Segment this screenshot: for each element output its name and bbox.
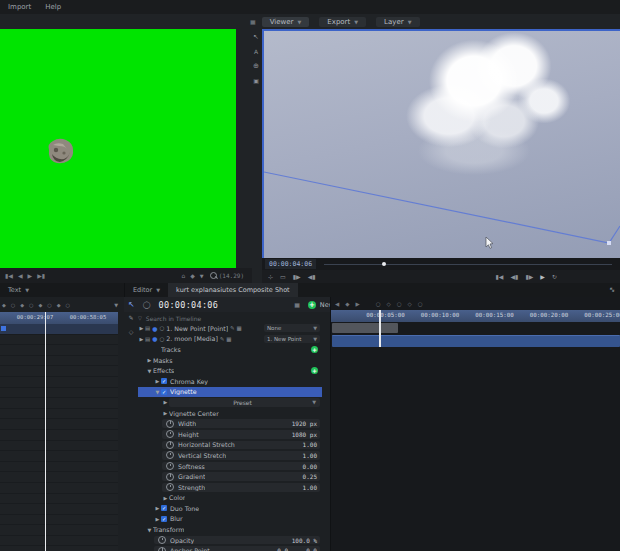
keyframe-stopwatch-icon[interactable]: [166, 420, 174, 428]
snapshot-icon[interactable]: ▦: [294, 301, 300, 308]
timeline-playhead[interactable]: [379, 310, 381, 347]
keyframe-stopwatch-icon[interactable]: [166, 430, 174, 438]
keyframe-icon[interactable]: ◇: [408, 301, 412, 307]
mini-timeline-row[interactable]: [0, 377, 118, 388]
timeline-ruler[interactable]: 00:00:05:0000:00:10:0000:00:15:0000:00:2…: [331, 310, 620, 322]
expand-arrow-icon[interactable]: ▶: [138, 336, 145, 342]
timeline-search[interactable]: ▽ Search in Timeline: [138, 313, 330, 323]
mini-timeline-row[interactable]: [0, 462, 118, 473]
prop-row[interactable]: Anchor Point0.0 0.0: [138, 545, 322, 551]
keyframe-icon[interactable]: ◆: [2, 302, 6, 308]
mini-timeline-row[interactable]: [0, 356, 118, 367]
property-value[interactable]: 0.00: [303, 463, 317, 470]
mini-timeline-row[interactable]: [0, 441, 118, 452]
shape-tool-icon[interactable]: ▣: [253, 77, 259, 84]
add-keyframe-icon[interactable]: ◆: [345, 301, 349, 307]
tab-export[interactable]: Export▼: [319, 17, 366, 27]
motion-path-overlay[interactable]: [264, 31, 620, 258]
grid-icon[interactable]: ▦: [237, 325, 242, 331]
skip-start-icon[interactable]: ▮◀: [496, 273, 504, 280]
mini-timeline-row[interactable]: [0, 546, 118, 551]
keyframe-icon[interactable]: ○: [418, 301, 423, 307]
panel-grid-icon[interactable]: ▦: [250, 18, 256, 25]
edit-icon[interactable]: ✎: [218, 336, 224, 342]
playhead-dot[interactable]: [382, 262, 386, 266]
viewer-scrubber[interactable]: [324, 264, 612, 265]
keyframe-stopwatch-icon[interactable]: [166, 451, 174, 459]
section-row[interactable]: ▼Transform: [138, 524, 322, 535]
keyframe-icon[interactable]: ○: [397, 301, 402, 307]
mini-timeline-row[interactable]: [0, 430, 118, 441]
prop-row[interactable]: Height1080 px: [138, 429, 322, 440]
effect-checkbox[interactable]: ✓: [161, 389, 167, 395]
point-layer-clip[interactable]: [332, 323, 398, 333]
select-tool-icon[interactable]: ↖: [253, 33, 259, 41]
effect-row[interactable]: ▶✓Blur: [138, 514, 322, 525]
layer-viewport-greenscreen[interactable]: [0, 29, 236, 268]
keyframe-stopwatch-icon[interactable]: [166, 473, 174, 481]
mini-timeline-row[interactable]: [0, 536, 118, 547]
effect-row[interactable]: ▶✓Duo Tone: [138, 503, 322, 514]
keyframe-stopwatch-icon[interactable]: [158, 536, 166, 544]
mini-timeline-row[interactable]: [0, 419, 118, 430]
add-icon[interactable]: +: [311, 346, 318, 353]
property-value[interactable]: 100.0 %: [292, 537, 317, 544]
prop-row[interactable]: Gradient0.25: [138, 471, 322, 482]
fit-view-icon[interactable]: ⊹: [268, 273, 273, 280]
mini-timeline-row[interactable]: [0, 324, 118, 335]
section-row[interactable]: ▼Effects+: [138, 365, 322, 376]
edit-icon[interactable]: ✎: [228, 325, 234, 331]
mini-timeline-row[interactable]: [0, 483, 118, 494]
mini-timeline-row[interactable]: [0, 409, 118, 420]
keyframe-stopwatch-icon[interactable]: [158, 547, 166, 551]
keyframe-stopwatch-icon[interactable]: [166, 483, 174, 491]
out-point-icon[interactable]: ◀▮: [308, 273, 316, 280]
parent-dropdown[interactable]: 1. New Point▼: [264, 335, 320, 343]
filter-icon[interactable]: ▽: [138, 315, 142, 321]
parent-dropdown[interactable]: None▼: [264, 324, 320, 332]
mini-timeline-row[interactable]: [0, 504, 118, 515]
property-value[interactable]: 0.25: [303, 473, 317, 480]
preset-row[interactable]: ▶Preset▼: [138, 397, 322, 408]
keyframe-icon[interactable]: ◆: [20, 302, 24, 308]
mini-timeline-row[interactable]: [0, 525, 118, 536]
keyframe-stopwatch-icon[interactable]: [166, 462, 174, 470]
pointer-tool-icon[interactable]: ↖: [128, 300, 133, 307]
skip-start-icon[interactable]: ▮◀: [5, 272, 13, 279]
mini-timeline-row[interactable]: [0, 472, 118, 483]
expand-arrow-icon[interactable]: ▶: [154, 516, 161, 522]
mini-timeline-row[interactable]: [0, 494, 118, 505]
mini-timeline-ruler[interactable]: 00:00:29:0700:00:58:05: [0, 312, 118, 324]
timeline-timecode[interactable]: 00:00:04:06: [159, 300, 219, 310]
expand-arrow-icon[interactable]: ▶: [154, 505, 161, 511]
expand-arrow-icon[interactable]: ▶: [162, 410, 169, 416]
property-value[interactable]: 1.00: [303, 452, 317, 459]
expand-arrow-icon[interactable]: ▶: [162, 495, 169, 501]
tab-layer[interactable]: Layer▼: [376, 17, 419, 27]
property-value[interactable]: 1080 px: [292, 431, 317, 438]
composite-viewport[interactable]: [262, 29, 620, 258]
home-icon[interactable]: ⌂: [181, 272, 185, 279]
expand-arrow-icon[interactable]: ▶: [146, 357, 153, 363]
prop-row[interactable]: Width1920 px: [138, 418, 322, 429]
property-value[interactable]: 1920 px: [292, 420, 317, 427]
effect-checkbox[interactable]: ✓: [161, 378, 167, 384]
effect-row[interactable]: ▶✓Chroma Key: [138, 376, 322, 387]
add-icon[interactable]: +: [311, 367, 318, 374]
keyframe-stopwatch-icon[interactable]: [166, 441, 174, 449]
media-layer-clip[interactable]: [332, 335, 620, 347]
preset-dropdown[interactable]: Preset▼: [169, 398, 320, 407]
tab-composite-shot[interactable]: kurt explanasiutes Composite Shot: [168, 283, 298, 297]
expand-arrow-icon[interactable]: ▶: [154, 378, 161, 384]
slice-tool-icon[interactable]: ◇: [129, 328, 134, 335]
mini-playhead[interactable]: [45, 312, 46, 551]
layer-row[interactable]: ▶▤●○1. New Point [Point] ✎▦None▼: [138, 323, 322, 334]
expand-arrow-icon[interactable]: ▼: [154, 389, 161, 395]
keyframe-icon[interactable]: ◆: [38, 302, 42, 308]
tab-viewer[interactable]: Viewer▼: [262, 17, 310, 27]
expand-arrow-icon[interactable]: ▶: [162, 399, 169, 405]
play-icon[interactable]: ▶: [540, 273, 545, 280]
prev-keyframe-icon[interactable]: ◀: [335, 301, 339, 307]
section-row[interactable]: ▶Masks: [138, 355, 322, 366]
in-point-icon[interactable]: ▮▶: [293, 273, 301, 280]
